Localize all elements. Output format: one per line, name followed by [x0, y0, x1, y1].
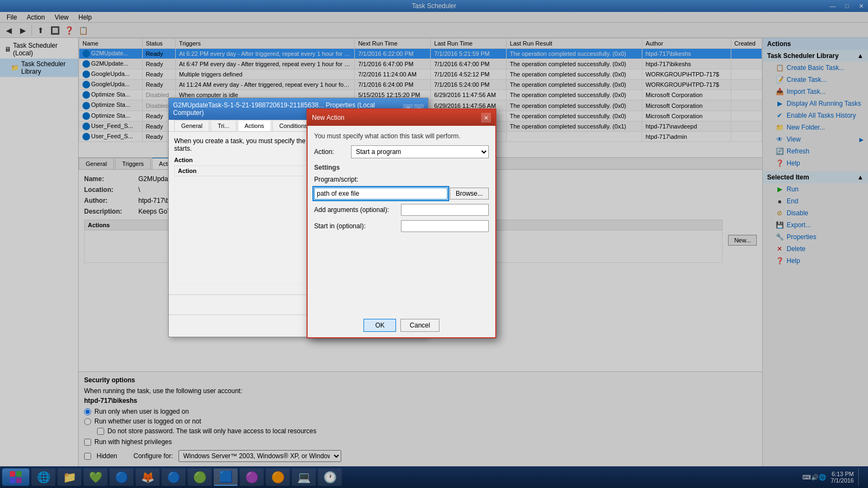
program-input-row: Browse... — [314, 188, 489, 200]
settings-section-title: Settings — [314, 164, 489, 171]
start-in-label: Start in (optional): — [314, 222, 401, 230]
new-action-title-bar: New Action ✕ — [308, 110, 495, 126]
action-type-row: Action: Start a program Send an e-mail (… — [314, 145, 489, 158]
new-action-title-text: New Action — [312, 114, 344, 121]
props-tab-actions[interactable]: Actions — [238, 120, 271, 131]
props-tab-general[interactable]: General — [174, 120, 209, 131]
action-type-label: Action: — [314, 148, 347, 156]
action-type-select[interactable]: Start a program Send an e-mail (deprecat… — [351, 145, 489, 158]
program-label: Program/script: — [314, 176, 401, 183]
modal-overlay: G2MUpdateTask-S-1-5-21-1988720619-211856… — [0, 0, 868, 488]
add-args-row: Add arguments (optional): — [314, 204, 489, 216]
ok-button[interactable]: OK — [363, 319, 396, 332]
new-action-instruction: You must specify what action this task w… — [314, 132, 489, 140]
start-in-input[interactable] — [401, 220, 489, 232]
dialog-spacer — [314, 236, 489, 307]
cancel-button[interactable]: Cancel — [400, 319, 439, 332]
browse-button[interactable]: Browse... — [450, 188, 489, 200]
add-args-label: Add arguments (optional): — [314, 206, 401, 214]
new-action-content: You must specify what action this task w… — [308, 126, 495, 313]
new-action-close-btn[interactable]: ✕ — [481, 113, 491, 123]
program-row: Program/script: — [314, 176, 489, 183]
add-args-input[interactable] — [401, 204, 489, 216]
start-in-row: Start in (optional): — [314, 220, 489, 232]
new-action-footer: OK Cancel — [308, 313, 495, 337]
new-action-dialog: New Action ✕ You must specify what actio… — [307, 108, 496, 338]
props-tab-tri[interactable]: Tri... — [210, 120, 237, 131]
program-input[interactable] — [314, 188, 448, 200]
